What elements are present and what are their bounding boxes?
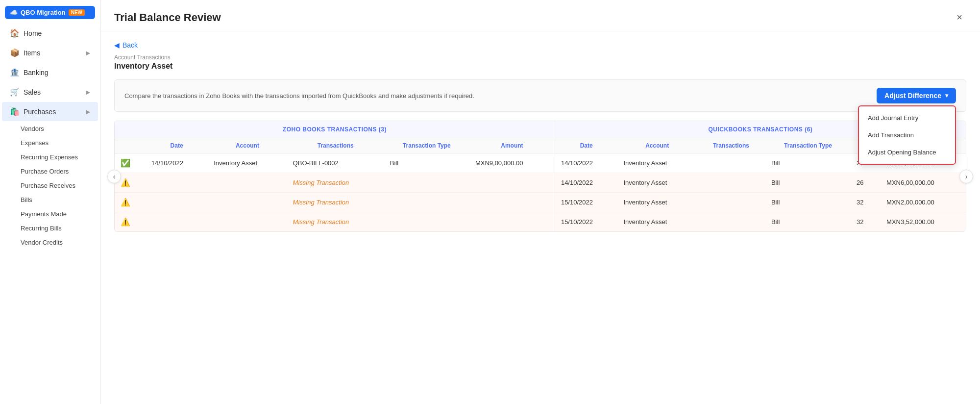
dropdown-item-adjust-opening[interactable]: Adjust Opening Balance [859,144,955,161]
zoho-date [146,193,208,212]
adjust-difference-button[interactable]: Adjust Difference ▾ [877,88,956,103]
back-label: Back [122,41,138,49]
sidebar-sub-item-expenses[interactable]: Expenses [16,136,100,150]
status-warn-icon: ⚠️ [121,178,130,187]
dropdown-item-journal-entry[interactable]: Add Journal Entry [859,109,955,126]
transactions-table: ZOHO BOOKS TRANSACTIONS (3) QUICKBOOKS T… [115,121,966,231]
qb-transactions [697,212,765,232]
status-cell: ⚠️ [115,212,146,232]
zoho-date [146,212,208,232]
table-row: ✅ 14/10/2022 Inventory Asset QBO-BILL-00… [115,153,966,173]
sidebar-item-items[interactable]: 📦Items ▶ [2,43,98,62]
sidebar-item-label: Banking [24,69,49,76]
zoho-date: 14/10/2022 [146,153,208,173]
adjust-difference-container: Adjust Difference ▾ Add Journal Entry Ad… [877,88,956,103]
chevron-right-icon: ▶ [86,50,90,56]
qb-type: Bill [765,212,851,232]
zoho-account: Inventory Asset [208,153,287,173]
zoho-account [208,212,287,232]
info-text: Compare the transactions in Zoho Books w… [124,92,474,100]
scroll-left-button[interactable]: ‹ [107,170,121,183]
sidebar-item-sales[interactable]: 🛒Sales ▶ [2,82,98,101]
qb-transactions [697,173,765,193]
sidebar-item-purchases[interactable]: 🛍️Purchases ▶ [2,102,98,121]
col-zoho-account: Account [208,138,287,153]
sidebar-item-home[interactable]: 🏠Home [2,24,98,43]
qb-transactions [697,193,765,212]
qb-account: Inventory Asset [617,212,696,232]
table-scroll: ZOHO BOOKS TRANSACTIONS (3) QUICKBOOKS T… [115,121,966,231]
items-icon: 📦 [10,49,20,57]
scroll-right-button[interactable]: › [959,170,973,183]
chevron-right-icon: ▶ [86,108,90,115]
close-button[interactable]: × [953,10,966,25]
new-badge: NEW [69,9,85,16]
chevron-left-icon: ◀ [114,41,120,49]
zoho-account [208,193,287,212]
qb-type: Bill [765,193,851,212]
purchases-icon: 🛍️ [10,107,20,116]
zoho-type [384,173,469,193]
sidebar-sub-item-payments-made[interactable]: Payments Made [16,207,100,221]
col-qb-date: Date [555,138,617,153]
qbo-icon: ☁️ [10,9,18,16]
status-cell: ⚠️ [115,193,146,212]
zoho-amount [469,212,555,232]
qb-date: 15/10/2022 [555,212,617,232]
sidebar-sub-item-recurring-bills[interactable]: Recurring Bills [16,221,100,235]
page-title: Trial Balance Review [114,11,221,24]
table-row: ⚠️ Missing Transaction 14/10/2022 Invent… [115,173,966,193]
col-qb-account: Account [617,138,696,153]
qb-amount: MXN3,52,000.00 [881,212,966,232]
qbo-migration-label: QBO Migration [21,9,66,16]
zoho-transactions: QBO-BILL-0002 [287,153,384,173]
sidebar-item-banking[interactable]: 🏦Banking [2,63,98,82]
breadcrumb-sub: Account Transactions [114,54,966,61]
col-qb-type: Transaction Type [765,138,851,153]
adjust-difference-label: Adjust Difference [884,92,941,100]
info-box: Compare the transactions in Zoho Books w… [114,79,966,112]
zoho-section-header: ZOHO BOOKS TRANSACTIONS (3) [115,121,555,138]
qb-amount: MXN6,00,000.00 [881,173,966,193]
qb-transactions [697,153,765,173]
zoho-amount [469,193,555,212]
table-container: ‹ ZOHO BOOKS TRANSACTIONS (3) QUICKBOOKS… [114,121,966,232]
qb-id: 32 [851,212,881,232]
zoho-date [146,173,208,193]
qb-date: 14/10/2022 [555,153,617,173]
sidebar-item-label: Items [24,49,40,57]
status-ok-icon: ✅ [121,159,130,167]
banking-icon: 🏦 [10,68,20,76]
col-status [115,138,146,153]
qb-account: Inventory Asset [617,193,696,212]
col-zoho-transactions: Transactions [287,138,384,153]
sidebar-sub-item-recurring-expenses[interactable]: Recurring Expenses [16,150,100,164]
zoho-transactions: Missing Transaction [287,193,384,212]
col-zoho-date: Date [146,138,208,153]
page-header: Trial Balance Review × [100,0,980,31]
qb-account: Inventory Asset [617,173,696,193]
zoho-account [208,173,287,193]
sales-icon: 🛒 [10,88,20,96]
chevron-right-icon: ▶ [86,89,90,96]
content-area: ◀ Back Account Transactions Inventory As… [100,31,980,404]
main-content: Trial Balance Review × ◀ Back Account Tr… [100,0,980,404]
sidebar-sub-item-vendor-credits[interactable]: Vendor Credits [16,235,100,250]
status-cell: ✅ [115,153,146,173]
sidebar-item-label: Home [24,29,42,37]
sidebar: ☁️ QBO Migration NEW 🏠Home 📦Items ▶ 🏦Ban… [0,0,100,404]
transactions-table-wrapper: ZOHO BOOKS TRANSACTIONS (3) QUICKBOOKS T… [114,121,966,232]
back-link[interactable]: ◀ Back [114,41,966,49]
sidebar-sub-item-bills[interactable]: Bills [16,193,100,207]
sidebar-sub-item-vendors[interactable]: Vendors [16,122,100,136]
chevron-down-icon: ▾ [945,92,948,99]
table-body: ✅ 14/10/2022 Inventory Asset QBO-BILL-00… [115,153,966,232]
sidebar-sub-item-purchase-receives[interactable]: Purchase Receives [16,178,100,193]
zoho-amount: MXN9,00,000.00 [469,153,555,173]
qbo-migration-button[interactable]: ☁️ QBO Migration NEW [5,6,95,19]
dropdown-item-add-transaction[interactable]: Add Transaction [859,126,955,144]
col-header-row: Date Account Transactions Transaction Ty… [115,138,966,153]
sidebar-sub-item-purchase-orders[interactable]: Purchase Orders [16,164,100,178]
zoho-amount [469,173,555,193]
zoho-transactions: Missing Transaction [287,173,384,193]
